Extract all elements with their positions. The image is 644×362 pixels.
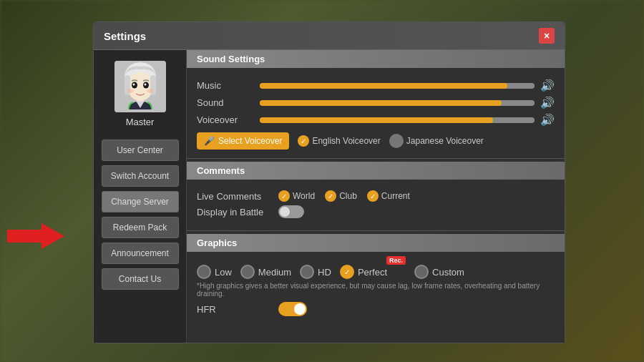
perfect-option[interactable]: ✓ Perfect Rec. bbox=[340, 265, 406, 279]
medium-radio bbox=[240, 265, 255, 279]
dialog-header: Settings × bbox=[94, 22, 565, 50]
close-button[interactable]: × bbox=[539, 28, 555, 44]
english-voiceover-option[interactable]: ✓ English Voiceover bbox=[298, 135, 380, 147]
low-radio bbox=[197, 265, 211, 279]
graphics-body: Low Medium HD ✓ Perfect bbox=[187, 253, 565, 326]
voiceover-label: Voiceover bbox=[197, 114, 254, 125]
svg-point-10 bbox=[147, 89, 154, 93]
divider-2 bbox=[187, 230, 565, 231]
voiceover-volume-icon: 🔊 bbox=[540, 113, 555, 127]
custom-label: Custom bbox=[432, 267, 464, 278]
graphics-note: *High graphics gives a better visual exp… bbox=[197, 282, 555, 298]
hfr-row: HFR bbox=[197, 302, 555, 316]
hd-option[interactable]: HD bbox=[300, 265, 331, 279]
club-check-icon: ✓ bbox=[325, 190, 336, 202]
graphics-options-row: Low Medium HD ✓ Perfect bbox=[197, 265, 555, 279]
sidebar: Master User Center Switch Account Change… bbox=[94, 50, 187, 343]
hfr-toggle-thumb bbox=[294, 303, 306, 315]
live-comments-label: Live Comments bbox=[197, 191, 268, 202]
divider-1 bbox=[187, 158, 565, 159]
japanese-radio-icon bbox=[389, 134, 404, 148]
dialog-title: Settings bbox=[104, 30, 146, 42]
music-track[interactable] bbox=[260, 83, 535, 89]
user-center-button[interactable]: User Center bbox=[102, 140, 179, 161]
switch-account-button[interactable]: Switch Account bbox=[102, 165, 179, 187]
world-label: World bbox=[293, 191, 315, 201]
hfr-toggle[interactable] bbox=[278, 302, 307, 316]
settings-content: Sound Settings Music 🔊 Sound 🔊 bbox=[187, 50, 565, 343]
sound-label: Sound bbox=[197, 97, 254, 108]
hd-label: HD bbox=[318, 267, 331, 278]
live-comments-row: Live Comments ✓ World ✓ Club ✓ Current bbox=[197, 190, 555, 202]
sound-track[interactable] bbox=[260, 100, 535, 106]
music-slider-row: Music 🔊 bbox=[197, 79, 555, 92]
redeem-pack-button[interactable]: Redeem Pack bbox=[102, 217, 179, 238]
username: Master bbox=[126, 117, 155, 127]
low-label: Low bbox=[215, 267, 232, 278]
club-option[interactable]: ✓ Club bbox=[325, 190, 357, 202]
rec-badge: Rec. bbox=[386, 256, 406, 265]
voiceover-fill bbox=[260, 117, 493, 123]
music-fill bbox=[260, 83, 507, 89]
settings-dialog: Settings × bbox=[93, 21, 565, 343]
medium-label: Medium bbox=[258, 267, 291, 278]
announcement-button[interactable]: Announcement bbox=[102, 243, 179, 264]
english-voiceover-label: English Voiceover bbox=[312, 136, 380, 146]
medium-option[interactable]: Medium bbox=[240, 265, 291, 279]
current-check-icon: ✓ bbox=[367, 190, 379, 202]
display-battle-toggle[interactable] bbox=[278, 205, 304, 218]
current-option[interactable]: ✓ Current bbox=[367, 190, 410, 202]
svg-point-8 bbox=[144, 84, 146, 86]
sound-volume-icon: 🔊 bbox=[540, 96, 555, 109]
comments-body: Live Comments ✓ World ✓ Club ✓ Current bbox=[187, 181, 565, 228]
japanese-voiceover-label: Japanese Voiceover bbox=[406, 136, 484, 146]
japanese-voiceover-option[interactable]: Japanese Voiceover bbox=[389, 134, 484, 148]
toggle-thumb bbox=[280, 207, 290, 217]
hfr-label: HFR bbox=[197, 304, 268, 315]
contact-us-button[interactable]: Contact Us bbox=[102, 268, 179, 290]
select-voiceover-button[interactable]: 🎤 Select Voiceover bbox=[197, 132, 289, 150]
low-option[interactable]: Low bbox=[197, 265, 232, 279]
hd-radio bbox=[300, 265, 314, 279]
graphics-header: Graphics bbox=[187, 234, 565, 252]
sound-settings-header: Sound Settings bbox=[187, 50, 565, 68]
english-check-icon: ✓ bbox=[298, 135, 309, 147]
display-battle-row: Display in Battle bbox=[197, 205, 555, 218]
world-option[interactable]: ✓ World bbox=[278, 190, 315, 202]
world-check-icon: ✓ bbox=[278, 190, 290, 202]
sound-fill bbox=[260, 100, 502, 106]
custom-option[interactable]: Custom bbox=[414, 265, 464, 279]
avatar bbox=[114, 61, 166, 112]
custom-radio bbox=[414, 265, 429, 279]
display-battle-label: Display in Battle bbox=[197, 207, 268, 217]
music-label: Music bbox=[197, 80, 254, 91]
perfect-radio-selected: ✓ bbox=[340, 265, 354, 279]
mic-icon: 🎤 bbox=[204, 136, 215, 146]
perfect-label: Perfect bbox=[358, 267, 387, 278]
sound-settings-body: Music 🔊 Sound 🔊 Voiceover bbox=[187, 69, 565, 155]
voiceover-track[interactable] bbox=[260, 117, 535, 123]
comments-header: Comments bbox=[187, 162, 565, 180]
voiceover-row: 🎤 Select Voiceover ✓ English Voiceover J… bbox=[197, 132, 555, 150]
svg-point-2 bbox=[127, 72, 153, 101]
club-label: Club bbox=[339, 191, 357, 201]
music-volume-icon: 🔊 bbox=[540, 79, 555, 92]
voiceover-slider-row: Voiceover 🔊 bbox=[197, 113, 555, 127]
svg-point-7 bbox=[132, 84, 135, 86]
current-label: Current bbox=[381, 191, 410, 201]
dialog-body: Master User Center Switch Account Change… bbox=[94, 50, 565, 343]
change-server-button[interactable]: Change Server bbox=[102, 191, 179, 212]
svg-point-9 bbox=[127, 89, 134, 93]
sound-slider-row: Sound 🔊 bbox=[197, 96, 555, 109]
